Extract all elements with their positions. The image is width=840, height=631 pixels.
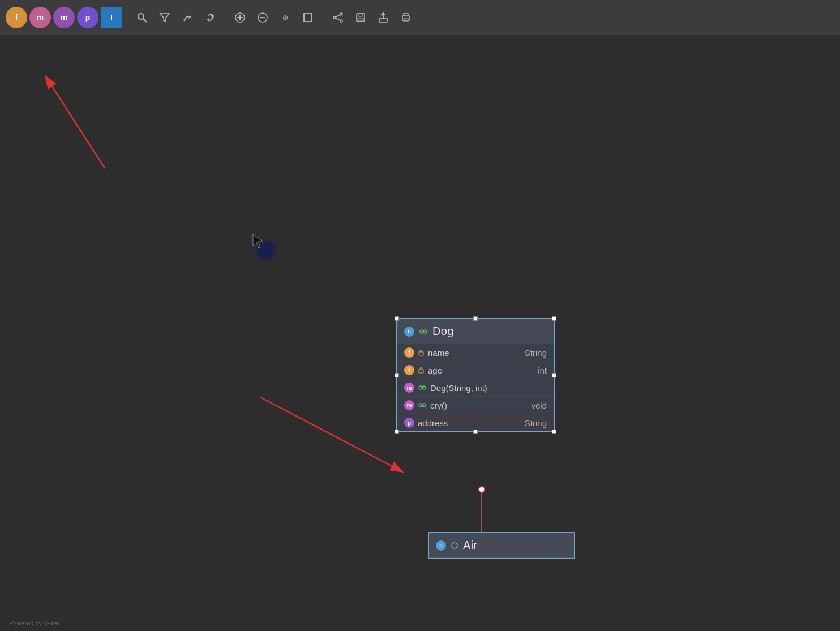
svg-marker-2 [160, 14, 169, 22]
canvas[interactable]: c Dog f name String f age [0, 35, 840, 631]
method-m-icon-cry: m [404, 400, 414, 410]
handle-mr[interactable] [552, 373, 556, 377]
svg-rect-16 [358, 18, 363, 21]
toolbar: f m m p I [0, 0, 840, 35]
m-pink-tool-btn[interactable]: m [29, 7, 51, 28]
header-link-icon [419, 327, 428, 336]
dog-class-title: Dog [432, 325, 454, 338]
frame-icon [302, 12, 314, 23]
dog-class-node[interactable]: c Dog f name String f age [396, 318, 555, 432]
m-purple-tool-btn[interactable]: m [53, 7, 75, 28]
oneone-label: ⊕ [282, 14, 288, 22]
export-icon [378, 12, 389, 23]
i-icon: I [110, 13, 113, 22]
method-cry-row[interactable]: m cry() void [397, 397, 554, 414]
method-cry-type: void [531, 401, 547, 410]
p-tool-btn[interactable]: p [77, 7, 98, 28]
handle-br[interactable] [552, 430, 556, 434]
m-purple-icon: m [61, 13, 67, 22]
property-address-row[interactable]: p address String [397, 414, 554, 431]
svg-line-22 [45, 76, 105, 168]
share-icon [332, 12, 344, 23]
dog-header: c Dog [397, 319, 554, 344]
field-name-label: name [428, 348, 521, 358]
field-name-type: String [525, 348, 547, 358]
minus-icon [257, 12, 268, 23]
handle-bl[interactable] [395, 430, 399, 434]
handle-tl[interactable] [395, 316, 399, 321]
method-cry-label: cry() [430, 401, 528, 410]
svg-point-0 [138, 14, 144, 19]
print-icon [400, 12, 412, 23]
air-class-title: Air [463, 539, 477, 552]
method-constructor-row[interactable]: m Dog(String, int) [397, 379, 554, 397]
svg-rect-30 [419, 370, 423, 373]
svg-point-9 [340, 13, 342, 15]
handle-tc[interactable] [473, 316, 478, 321]
sep3 [323, 10, 323, 25]
field-age-type: int [538, 366, 547, 375]
cursor-arrow-icon [252, 233, 269, 250]
method-link-icon-cry [418, 401, 427, 410]
export-button[interactable] [373, 7, 393, 28]
cursor-indicator [255, 239, 277, 261]
zoom-search-button[interactable] [132, 7, 152, 28]
f-tool-btn[interactable]: f [6, 7, 27, 28]
method-constructor-label: Dog(String, int) [430, 383, 547, 393]
field-f-icon-name: f [404, 347, 414, 358]
property-address-type: String [525, 418, 547, 428]
property-p-icon-address: p [404, 418, 414, 428]
sep1 [127, 10, 127, 25]
save-button[interactable] [350, 7, 371, 28]
svg-rect-29 [419, 352, 423, 355]
air-class-node[interactable]: c Air [428, 532, 575, 559]
lock-icon-age [418, 367, 425, 374]
handle-tr[interactable] [552, 316, 556, 321]
svg-point-10 [333, 16, 336, 19]
lock-icon-name [418, 349, 425, 356]
link-button[interactable] [200, 7, 220, 28]
svg-point-25 [479, 487, 485, 492]
air-c-icon: c [436, 540, 446, 551]
svg-marker-38 [253, 234, 263, 248]
path-icon [182, 12, 193, 23]
oneone-button[interactable]: ⊕ [275, 7, 295, 28]
field-name-row[interactable]: f name String [397, 344, 554, 362]
i-tool-btn[interactable]: I [101, 7, 122, 28]
sep2 [225, 10, 225, 25]
svg-line-23 [260, 397, 403, 472]
method-link-icon-constructor [418, 383, 427, 392]
svg-point-37 [452, 543, 457, 548]
handle-ml[interactable] [395, 373, 399, 377]
add-button[interactable] [230, 7, 250, 28]
handle-bc[interactable] [473, 430, 478, 434]
add-icon [234, 12, 246, 23]
powered-by-label: Powered by yFiles [9, 620, 60, 626]
method-m-icon-constructor: m [404, 383, 414, 393]
property-address-label: address [418, 418, 521, 428]
share-button[interactable] [328, 7, 348, 28]
print-button[interactable] [396, 7, 416, 28]
field-f-icon-age: f [404, 365, 414, 375]
filter-button[interactable] [155, 7, 175, 28]
air-open-circle-icon [451, 542, 458, 550]
air-header: c Air [429, 533, 574, 558]
path-button[interactable] [177, 7, 198, 28]
m-pink-icon: m [37, 13, 44, 22]
frame-button[interactable] [298, 7, 318, 28]
field-age-label: age [428, 366, 534, 375]
field-age-row[interactable]: f age int [397, 362, 554, 379]
minus-button[interactable] [252, 7, 273, 28]
svg-line-12 [336, 15, 340, 17]
p-icon: p [85, 13, 91, 22]
save-icon [355, 12, 366, 23]
svg-point-11 [340, 20, 342, 22]
svg-line-1 [143, 19, 147, 22]
svg-line-13 [336, 18, 340, 20]
f-icon: f [15, 13, 18, 22]
svg-rect-17 [379, 18, 387, 22]
svg-rect-8 [304, 14, 312, 22]
zoom-search-icon [136, 12, 148, 23]
filter-icon [159, 12, 170, 23]
class-c-icon: c [404, 327, 414, 337]
